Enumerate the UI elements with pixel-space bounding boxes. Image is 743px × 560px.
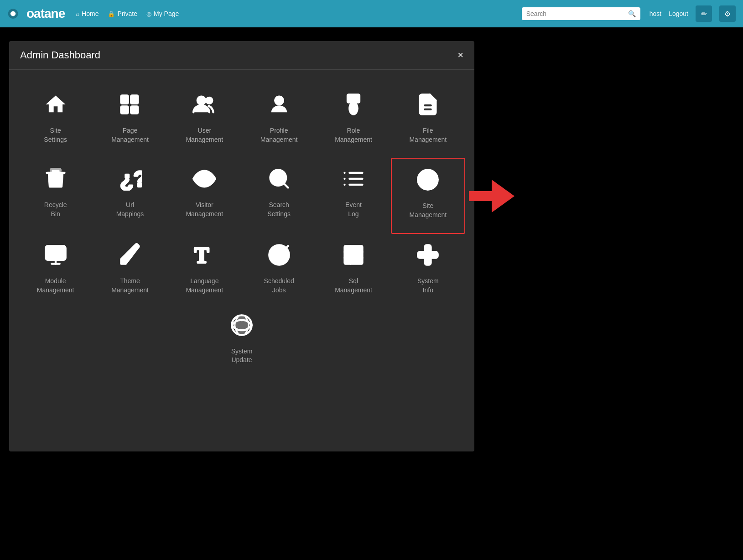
font-icon: T — [192, 243, 216, 270]
grid-item-system-update[interactable]: SystemUpdate — [212, 309, 272, 374]
grid-item-search-settings[interactable]: SearchSettings — [242, 158, 316, 234]
svg-text:¿?: ¿? — [120, 167, 142, 191]
nav-mypage[interactable]: ◎ My Page — [146, 10, 179, 17]
users-icon — [192, 93, 216, 120]
sql-management-label: SqlManagement — [335, 277, 372, 295]
url-mappings-label: UrlMappings — [116, 201, 144, 218]
plus-icon — [416, 243, 440, 270]
grid-item-page-management[interactable]: PageManagement — [93, 83, 167, 158]
system-info-label: SystemInfo — [417, 277, 439, 295]
brush-icon — [118, 243, 142, 270]
eye-icon — [192, 167, 216, 194]
site-settings-label: SiteSettings — [44, 126, 67, 144]
url-icon: ¿? — [118, 167, 142, 194]
svg-point-6 — [197, 97, 205, 104]
admin-dashboard-modal: Admin Dashboard × SiteSettings PageManag… — [9, 41, 474, 451]
scheduled-jobs-label: ScheduledJobs — [264, 277, 294, 295]
nav-private[interactable]: 🔒 Private — [108, 10, 137, 17]
grid-item-event-log[interactable]: EventLog — [316, 158, 390, 234]
page-management-label: PageManagement — [111, 126, 149, 144]
grid-item-system-info[interactable]: SystemInfo — [391, 234, 465, 308]
theme-management-label: ThemeManagement — [111, 277, 149, 295]
search-box[interactable]: 🔍 — [522, 7, 640, 20]
profile-management-label: ProfileManagement — [260, 126, 298, 144]
items-grid-row2: RecycleBin ¿? UrlMappings VisitorManagem… — [9, 158, 474, 234]
trash-icon — [44, 167, 68, 194]
language-management-label: LanguageManagement — [186, 277, 223, 295]
profile-icon — [267, 93, 291, 120]
grid-item-site-management[interactable]: SiteManagement — [391, 158, 465, 234]
visitor-management-label: VisitorManagement — [186, 201, 223, 218]
file-management-label: FileManagement — [409, 126, 447, 144]
grid-item-user-management[interactable]: UserManagement — [167, 83, 242, 158]
table-icon — [342, 243, 365, 270]
logo-icon — [7, 5, 24, 22]
svg-line-19 — [284, 183, 288, 187]
modal-header: Admin Dashboard × — [9, 41, 474, 70]
grid-item-url-mappings[interactable]: ¿? UrlMappings — [93, 158, 167, 234]
page-icon — [118, 93, 142, 120]
nav-right: host Logout ✏ ⚙ — [649, 5, 736, 22]
grid-item-scheduled-jobs[interactable]: ScheduledJobs — [242, 234, 316, 308]
role-icon — [342, 93, 365, 120]
search-input[interactable] — [526, 10, 628, 17]
search-settings-label: SearchSettings — [267, 201, 291, 218]
nav-private-label: Private — [117, 10, 137, 17]
svg-rect-33 — [344, 246, 362, 264]
svg-point-17 — [202, 176, 208, 182]
nav-mypage-label: My Page — [154, 10, 179, 17]
role-management-label: RoleManagement — [335, 126, 372, 144]
grid-item-module-management[interactable]: ModuleManagement — [18, 234, 93, 308]
site-management-label: SiteManagement — [409, 202, 447, 219]
file-icon — [416, 93, 440, 120]
system-update-label: SystemUpdate — [231, 347, 253, 365]
grid-item-theme-management[interactable]: ThemeManagement — [93, 234, 167, 308]
svg-rect-38 — [418, 252, 438, 258]
svg-point-8 — [274, 96, 284, 106]
items-grid-row1: SiteSettings PageManagement UserManageme… — [9, 70, 474, 158]
lock-icon: 🔒 — [108, 10, 115, 17]
clock-icon — [267, 243, 291, 270]
grid-item-sql-management[interactable]: SqlManagement — [316, 234, 390, 308]
grid-item-language-management[interactable]: T LanguageManagement — [167, 234, 242, 308]
svg-rect-3 — [131, 96, 138, 104]
svg-rect-15 — [51, 169, 61, 172]
arrow-indicator — [469, 180, 514, 213]
svg-rect-4 — [121, 106, 128, 113]
overlay: Admin Dashboard × SiteSettings PageManag… — [0, 27, 743, 560]
grid-item-recycle-bin[interactable]: RecycleBin — [18, 158, 93, 234]
home-icon: ⌂ — [76, 10, 79, 17]
edit-button[interactable]: ✏ — [696, 5, 712, 22]
items-grid-row3: ModuleManagement ThemeManagement T Langu… — [9, 234, 474, 308]
recycle-bin-label: RecycleBin — [44, 201, 67, 218]
grid-item-file-management[interactable]: FileManagement — [391, 83, 465, 158]
event-log-label: EventLog — [345, 201, 362, 218]
modal-title: Admin Dashboard — [20, 49, 100, 61]
target-icon: ◎ — [146, 10, 151, 17]
nav-home-label: Home — [82, 10, 99, 17]
module-management-label: ModuleManagement — [37, 277, 74, 295]
grid-item-site-settings[interactable]: SiteSettings — [18, 83, 93, 158]
grid-item-profile-management[interactable]: ProfileManagement — [242, 83, 316, 158]
nav-home[interactable]: ⌂ Home — [76, 10, 99, 17]
grid-item-visitor-management[interactable]: VisitorManagement — [167, 158, 242, 234]
module-icon — [44, 243, 68, 270]
user-management-label: UserManagement — [186, 126, 223, 144]
topbar: oatane ⌂ Home 🔒 Private ◎ My Page 🔍 host… — [0, 0, 743, 27]
logo-area: oatane — [7, 5, 65, 22]
logo-text: oatane — [26, 6, 65, 21]
svg-rect-2 — [121, 96, 128, 104]
nav-logout[interactable]: Logout — [669, 10, 688, 17]
modal-close-button[interactable]: × — [457, 50, 463, 60]
items-grid-row4: SystemUpdate — [9, 309, 474, 374]
search-icon: 🔍 — [628, 10, 636, 17]
svg-rect-5 — [131, 106, 138, 113]
lens-icon — [230, 313, 254, 341]
nav-username: host — [649, 10, 661, 17]
svg-rect-11 — [350, 99, 356, 102]
nav-links: ⌂ Home 🔒 Private ◎ My Page — [76, 10, 512, 17]
svg-text:T: T — [195, 244, 209, 267]
settings-button[interactable]: ⚙ — [719, 5, 736, 22]
grid-item-role-management[interactable]: RoleManagement — [316, 83, 390, 158]
svg-point-7 — [207, 98, 213, 104]
